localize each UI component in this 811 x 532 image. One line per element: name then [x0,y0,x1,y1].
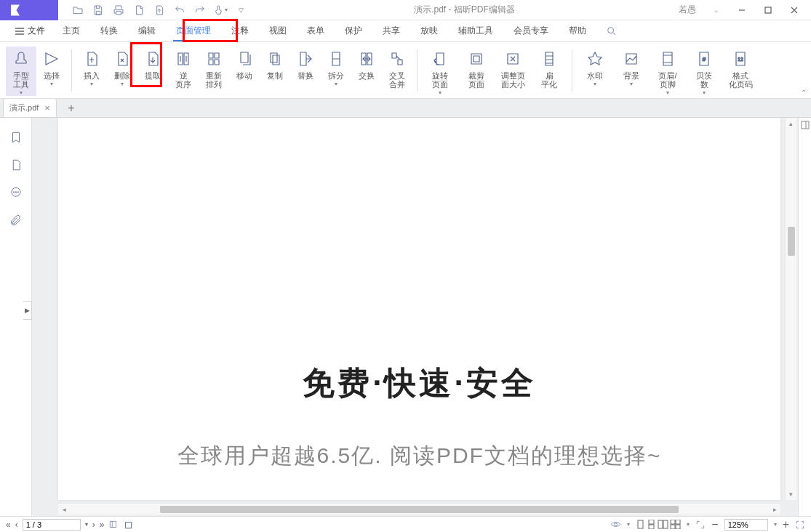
fullscreen-icon[interactable] [795,520,805,530]
new-tab-button[interactable]: + [63,100,80,117]
menu-item-1[interactable]: 转换 [90,20,128,41]
last-page-button[interactable]: » [100,520,105,530]
zoom-out-button[interactable]: − [711,518,718,531]
ribbon-水印[interactable]: 水印▾ [577,47,613,87]
ribbon-复制[interactable]: 复制 [260,47,290,80]
close-button[interactable] [783,1,805,19]
user-dropdown-icon[interactable]: ⌵ [705,1,727,19]
tab-close-icon[interactable]: × [44,102,50,113]
scroll-up-icon[interactable]: ▴ [786,118,796,129]
svg-point-8 [17,192,18,193]
ribbon-贝茨-数[interactable]: #贝茨数▾ [686,47,722,96]
dropdown-icon: ▾ [666,89,669,96]
page-number-input[interactable] [23,519,81,531]
menu-item-9[interactable]: 放映 [410,20,448,41]
ribbon-裁剪-页面[interactable]: 裁剪页面 [458,47,495,89]
scroll-left-icon[interactable]: ◂ [58,504,70,515]
save-icon[interactable] [89,1,108,19]
menu-item-2[interactable]: 编辑 [128,20,166,41]
menu-item-12[interactable]: 帮助 [559,20,596,41]
ribbon-插入[interactable]: 插入▾ [76,47,107,87]
continuous-icon[interactable] [647,520,656,529]
right-panel-toggle-icon[interactable] [801,121,810,516]
maximize-button[interactable] [757,1,779,19]
single-page-icon[interactable] [636,520,645,529]
ribbon-交叉-合并[interactable]: 交叉合并 [382,47,412,89]
ribbon-页眉/-页脚[interactable]: 页眉/页脚▾ [650,47,686,96]
ribbon-label: 背景 [623,71,639,80]
fit-page-icon[interactable] [695,520,706,530]
scroll-down-icon[interactable]: ▾ [786,488,796,500]
menu-item-7[interactable]: 保护 [335,20,372,41]
menu-item-11[interactable]: 会员专享 [503,20,559,41]
ribbon-提取[interactable]: 提取 [137,47,168,80]
ribbon-调整页-面大小[interactable]: 调整页面大小 [495,47,531,89]
menu-item-0[interactable]: 主页 [52,20,90,41]
ribbon-扁-平化[interactable]: 扁平化 [531,47,567,89]
ribbon-背景[interactable]: 背景▾ [613,47,650,87]
ribbon-删除[interactable]: 删除▾ [107,47,137,87]
menu-item-3[interactable]: 页面管理 [166,20,221,41]
ribbon-选择[interactable]: 选择▾ [36,47,67,87]
first-page-button[interactable]: « [6,520,11,530]
next-view-icon[interactable] [123,520,133,530]
comments-icon[interactable] [9,186,23,199]
open-icon[interactable] [68,1,87,19]
continuous-facing-icon[interactable] [670,520,681,529]
file-menu-button[interactable]: 文件 [7,20,52,41]
read-mode-icon[interactable] [610,519,621,530]
ribbon-替换[interactable]: 替换 [290,47,321,80]
ribbon-逆-页序[interactable]: 逆页序 [168,47,199,89]
print-icon[interactable] [109,1,128,19]
vscroll-thumb[interactable] [788,227,795,256]
expand-panel-icon[interactable]: ▶ [23,301,32,320]
page-canvas[interactable]: 免费·快速·安全 全球用户超越6.5亿. 阅读PDF文档的理想选择~ [58,118,780,500]
touch-mode-icon[interactable]: ▾ [211,1,230,19]
ribbon-交换[interactable]: 交换 [351,47,382,80]
qat-dropdown-icon[interactable]: ▽ [231,1,250,19]
ribbon-icon [540,48,558,70]
page-dropdown-icon[interactable]: ▾ [85,521,88,528]
svg-rect-12 [638,520,643,528]
pages-icon[interactable] [9,158,23,172]
svg-rect-15 [658,520,663,528]
new-doc-icon[interactable] [129,1,148,19]
ribbon-旋转-页面[interactable]: 旋转页面▾ [422,47,458,96]
facing-icon[interactable] [658,520,668,529]
undo-icon[interactable] [170,1,189,19]
user-name[interactable]: 若愚 [679,4,700,16]
prev-view-icon[interactable] [108,520,119,530]
ribbon-重新-排列[interactable]: 重新排列 [199,47,229,89]
document-tab[interactable]: 演示.pdf × [3,98,57,117]
scroll-right-icon[interactable]: ▸ [769,504,780,515]
prev-page-button[interactable]: ‹ [15,520,18,530]
menu-item-8[interactable]: 共享 [372,20,410,41]
menu-item-6[interactable]: 表单 [297,20,335,41]
ribbon-格式-化页码[interactable]: 12格式化页码 [722,47,759,89]
ribbon-separator [417,49,418,92]
ribbon-拆分[interactable]: 拆分▾ [321,47,351,87]
ribbon-手型-工具[interactable]: 手型工具▾ [6,47,36,96]
ribbon-label: 旋转页面 [432,71,448,89]
horizontal-scrollbar[interactable]: ◂ ▸ [58,503,780,515]
menu-item-5[interactable]: 视图 [259,20,297,41]
search-button[interactable] [601,20,623,41]
ribbon-icon [266,48,284,70]
menu-item-4[interactable]: 注释 [221,20,259,41]
attachments-icon[interactable] [9,214,23,227]
svg-point-11 [615,523,618,526]
vertical-scrollbar[interactable]: ▴ ▾ [785,118,796,500]
collapse-ribbon-icon[interactable]: ⌃ [801,89,807,97]
hscroll-thumb[interactable] [160,506,679,513]
ribbon-移动[interactable]: 移动 [229,47,260,80]
ribbon-label: 逆页序 [175,71,191,89]
bookmarks-icon[interactable] [9,131,23,144]
menu-item-10[interactable]: 辅助工具 [448,20,503,41]
zoom-in-button[interactable]: + [783,518,789,531]
redo-icon[interactable] [191,1,209,19]
ribbon-icon [431,48,449,70]
zoom-level-input[interactable] [724,519,768,531]
next-page-button[interactable]: › [92,520,95,530]
minimize-button[interactable] [731,1,753,19]
export-icon[interactable] [150,1,169,19]
